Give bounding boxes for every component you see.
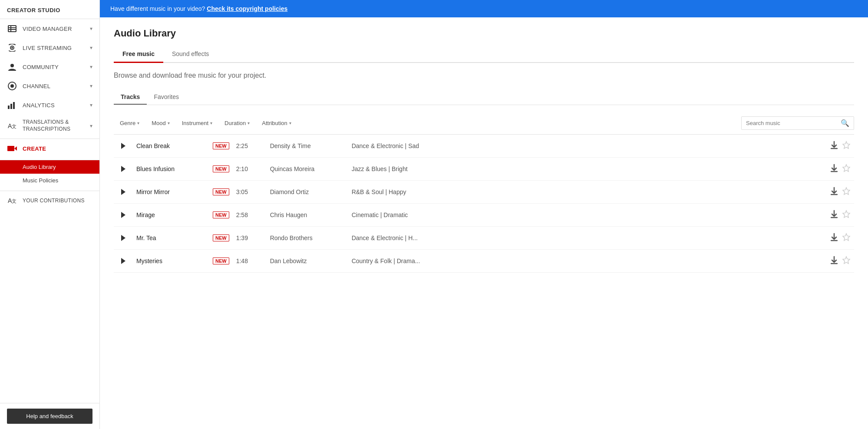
sidebar-item-your-contributions[interactable]: A 文 YOUR CONTRIBUTIONS	[0, 191, 99, 210]
sidebar-item-create[interactable]: CREATE	[0, 139, 99, 158]
favorite-button[interactable]	[842, 141, 851, 152]
filter-attribution[interactable]: Attribution ▾	[256, 117, 297, 129]
sidebar-item-label: YOUR CONTRIBUTIONS	[23, 198, 85, 204]
play-button[interactable]	[117, 163, 129, 175]
favorite-button[interactable]	[842, 164, 851, 175]
track-genre: Dance & Electronic | Sad	[352, 142, 827, 149]
track-actions	[831, 141, 851, 152]
play-button[interactable]	[117, 232, 129, 244]
tab-sound-effects[interactable]: Sound effects	[163, 46, 218, 63]
sidebar-sub-music-policies[interactable]: Music Policies	[0, 174, 99, 187]
table-row: Mr. Tea NEW 1:39 Rondo Brothers Dance & …	[114, 227, 854, 250]
sidebar-item-live-streaming[interactable]: LIVE STREAMING ▾	[0, 38, 99, 57]
main-tabs: Free music Sound effects	[114, 46, 854, 63]
tab-free-music[interactable]: Free music	[114, 46, 163, 63]
track-artist: Diamond Ortiz	[270, 188, 348, 195]
sidebar-item-label: COMMUNITY	[23, 64, 59, 70]
new-badge: NEW	[213, 234, 229, 241]
download-button[interactable]	[831, 164, 838, 175]
table-row: Clean Break NEW 2:25 Density & Time Danc…	[114, 135, 854, 158]
filter-duration[interactable]: Duration ▾	[218, 117, 256, 129]
play-button[interactable]	[117, 255, 129, 267]
track-genre: Dance & Electronic | H...	[352, 234, 827, 241]
track-genre: Country & Folk | Drama...	[352, 257, 827, 264]
create-icon	[7, 143, 17, 154]
sidebar-item-translations[interactable]: A 文 TRANSLATIONS & TRANSCRIPTIONS ▾	[0, 115, 99, 137]
table-row: Mysteries NEW 1:48 Dan Lebowitz Country …	[114, 250, 854, 273]
favorite-button[interactable]	[842, 233, 851, 244]
chevron-down-icon: ▾	[90, 123, 92, 129]
chevron-down-icon: ▾	[210, 121, 212, 125]
svg-rect-10	[8, 106, 10, 109]
play-button[interactable]	[117, 209, 129, 221]
chevron-down-icon: ▾	[90, 102, 92, 108]
browse-description: Browse and download free music for your …	[114, 72, 854, 79]
sidebar-item-channel[interactable]: CHANNEL ▾	[0, 76, 99, 96]
favorite-button[interactable]	[842, 187, 851, 198]
track-list: Clean Break NEW 2:25 Density & Time Danc…	[114, 135, 854, 273]
new-badge: NEW	[213, 188, 229, 195]
help-feedback-button[interactable]: Help and feedback	[7, 409, 92, 424]
search-box: 🔍	[741, 116, 854, 130]
track-actions	[831, 233, 851, 244]
sidebar-item-label: ANALYTICS	[23, 102, 55, 109]
search-icon[interactable]: 🔍	[841, 119, 849, 127]
track-name: Mirage	[136, 211, 206, 218]
favorite-button[interactable]	[842, 210, 851, 221]
track-name: Blues Infusion	[136, 165, 206, 172]
track-genre: Cinematic | Dramatic	[352, 211, 827, 218]
sub-tab-tracks[interactable]: Tracks	[114, 90, 147, 105]
filters-row: Genre ▾ Mood ▾ Instrument ▾ Duration ▾ A…	[114, 112, 854, 135]
download-button[interactable]	[831, 210, 838, 221]
svg-point-6	[11, 47, 13, 49]
play-button[interactable]	[117, 186, 129, 198]
filter-attribution-label: Attribution	[262, 120, 287, 126]
sidebar-item-analytics[interactable]: ANALYTICS ▾	[0, 96, 99, 115]
chevron-down-icon: ▾	[90, 45, 92, 51]
sub-tab-favorites[interactable]: Favorites	[147, 90, 186, 105]
chevron-down-icon: ▾	[168, 121, 170, 125]
download-button[interactable]	[831, 233, 838, 244]
svg-marker-16	[14, 146, 17, 151]
chevron-down-icon: ▾	[90, 26, 92, 32]
new-badge: NEW	[213, 257, 229, 264]
page-title: Audio Library	[114, 28, 854, 39]
track-duration: 2:10	[236, 165, 267, 172]
sidebar-title: CREATOR STUDIO	[0, 0, 99, 19]
svg-marker-22	[121, 212, 125, 218]
track-artist: Dan Lebowitz	[270, 257, 348, 264]
search-input[interactable]	[746, 120, 841, 126]
filter-mood[interactable]: Mood ▾	[145, 117, 176, 129]
track-duration: 2:58	[236, 211, 267, 218]
svg-text:文: 文	[12, 198, 17, 204]
svg-rect-4	[10, 25, 11, 32]
sidebar-item-label: CHANNEL	[23, 83, 50, 89]
svg-marker-24	[121, 258, 125, 264]
track-duration: 3:05	[236, 188, 267, 195]
track-genre: R&B & Soul | Happy	[352, 188, 827, 195]
chevron-down-icon: ▾	[248, 121, 250, 125]
video-manager-icon	[7, 23, 17, 34]
sidebar-sub-audio-library[interactable]: Audio Library	[0, 160, 99, 174]
track-duration: 2:25	[236, 142, 267, 149]
sidebar-item-label: TRANSLATIONS & TRANSCRIPTIONS	[23, 119, 90, 132]
play-button[interactable]	[117, 140, 129, 152]
sidebar-item-label: VIDEO MANAGER	[23, 26, 72, 32]
download-button[interactable]	[831, 187, 838, 198]
svg-point-7	[10, 64, 14, 67]
download-button[interactable]	[831, 256, 838, 267]
track-genre: Jazz & Blues | Bright	[352, 165, 827, 172]
svg-marker-19	[121, 143, 125, 149]
svg-marker-21	[121, 189, 125, 195]
svg-rect-15	[7, 146, 14, 151]
download-button[interactable]	[831, 141, 838, 152]
sidebar-item-video-manager[interactable]: VIDEO MANAGER ▾	[0, 19, 99, 38]
filter-genre[interactable]: Genre ▾	[114, 117, 145, 129]
filter-instrument[interactable]: Instrument ▾	[176, 117, 218, 129]
track-actions	[831, 256, 851, 267]
sidebar-item-community[interactable]: COMMUNITY ▾	[0, 57, 99, 76]
banner-link[interactable]: Check its copyright policies	[207, 5, 287, 12]
favorite-button[interactable]	[842, 256, 851, 267]
sidebar-item-label: LIVE STREAMING	[23, 45, 72, 51]
track-actions	[831, 187, 851, 198]
